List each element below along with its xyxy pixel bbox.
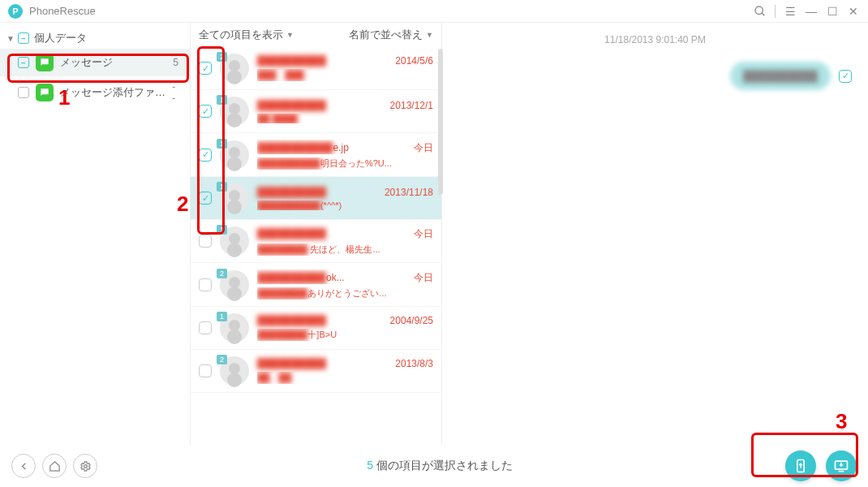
contact-name: ███████████ <box>257 142 333 153</box>
divider <box>775 5 776 18</box>
message-preview: ██ ████ <box>257 114 433 123</box>
recover-to-device-button[interactable] <box>785 450 816 481</box>
message-date: 今日 <box>414 271 433 285</box>
svg-line-1 <box>762 13 764 15</box>
recover-to-computer-button[interactable] <box>826 450 857 481</box>
contact-name: ██████████ <box>257 187 326 198</box>
avatar: 1 <box>220 140 249 170</box>
avatar: 1 <box>220 97 249 126</box>
message-bubble: ██████████ <box>730 62 831 90</box>
window-menu-icon[interactable]: ☰ <box>784 5 797 18</box>
settings-button[interactable] <box>73 454 97 478</box>
contact-name: ██████████ <box>257 55 326 67</box>
title-bar: P PhoneRescue ☰ — ☐ ✕ <box>0 0 868 23</box>
message-preview: ██████████明日会った%?U... <box>257 157 433 170</box>
message-preview-panel: 11/18/2013 9:01:40 PM ██████████ <box>442 23 868 445</box>
app-logo-icon: P <box>8 4 23 19</box>
message-list[interactable]: 2 ██████████2014/5/6 ███、███ 1 █████████… <box>191 47 441 445</box>
item-checkbox[interactable] <box>18 57 29 68</box>
message-row[interactable]: 1 ██████████今日 ████████ 先ほど、楊先生... <box>191 220 441 263</box>
category-checkbox[interactable] <box>18 32 29 44</box>
scrollbar-thumb[interactable] <box>438 49 443 195</box>
attachments-app-icon <box>36 84 54 101</box>
message-date: 今日 <box>414 227 433 241</box>
sidebar-item-attachments[interactable]: メッセージ添付ファイル -- <box>0 76 190 109</box>
sidebar-item-messages[interactable]: メッセージ 5 <box>0 49 190 76</box>
search-icon[interactable] <box>754 5 767 18</box>
sidebar-item-label: メッセージ <box>60 55 113 70</box>
message-date: 2013/12/1 <box>390 100 433 111</box>
row-checkbox[interactable] <box>199 278 212 291</box>
svg-point-0 <box>755 6 763 14</box>
back-button[interactable] <box>11 454 36 478</box>
row-checkbox[interactable] <box>199 235 212 248</box>
avatar: 2 <box>220 270 249 300</box>
avatar: 1 <box>220 226 249 256</box>
message-row[interactable]: 1 ██████████2013/11/18 ██████████(*^^*) <box>191 177 441 220</box>
app-title: PhoneRescue <box>29 5 96 17</box>
avatar: 2 <box>220 54 249 83</box>
message-row[interactable]: 1 ██████████2013/12/1 ██ ████ <box>191 90 441 133</box>
home-button[interactable] <box>42 454 67 478</box>
minimize-icon[interactable]: — <box>805 5 818 18</box>
message-preview: ████████十]B>U <box>257 329 433 341</box>
message-row[interactable]: 2 ██████████ok...今日 ████████ありがとうござい... <box>191 263 441 307</box>
chevron-down-icon: ▼ <box>6 34 15 43</box>
filter-dropdown[interactable]: 全ての項目を表示 ▼ <box>199 28 294 42</box>
selected-count: 5 <box>367 459 373 472</box>
list-toolbar: 全ての項目を表示 ▼ 名前で並べ替え ▼ <box>191 23 441 47</box>
contact-name: ██████████ <box>257 315 326 326</box>
sidebar-item-label: メッセージ添付ファイル <box>60 85 172 100</box>
message-date: 2014/5/6 <box>395 55 433 67</box>
message-preview: ██████████(*^^*) <box>257 200 433 210</box>
row-checkbox[interactable] <box>199 62 212 75</box>
avatar: 1 <box>220 183 249 213</box>
message-date: 2013/11/18 <box>385 187 433 198</box>
message-date: 2004/9/25 <box>390 315 433 326</box>
row-checkbox[interactable] <box>199 192 212 205</box>
row-checkbox[interactable] <box>199 105 212 118</box>
message-date: 今日 <box>414 141 433 155</box>
message-preview: ███、███ <box>257 69 433 81</box>
svg-point-2 <box>84 464 87 468</box>
sidebar-item-count: -- <box>172 81 182 104</box>
message-row[interactable]: 2 ██████████2013/8/3 ██、██ <box>191 350 441 393</box>
chevron-down-icon: ▼ <box>286 31 294 39</box>
contact-name: ██████████ <box>257 100 326 111</box>
sort-label: 名前で並べ替え <box>349 28 423 42</box>
message-preview: ████████ 先ほど、楊先生... <box>257 244 433 256</box>
contact-name: ██████████ <box>257 272 326 283</box>
message-date: 2013/8/3 <box>395 358 433 369</box>
message-list-panel: 全ての項目を表示 ▼ 名前で並べ替え ▼ 2 ██████████2014/5/… <box>191 23 442 445</box>
avatar: 2 <box>220 356 249 386</box>
sidebar: ▼ 個人データ メッセージ 5 メッセージ添付ファイル -- <box>0 23 191 445</box>
row-checkbox[interactable] <box>199 321 212 334</box>
contact-name: ██████████ <box>257 228 326 239</box>
footer-bar: 5 個の項目が選択されました <box>0 445 868 487</box>
row-checkbox[interactable] <box>199 149 212 162</box>
chevron-down-icon: ▼ <box>426 31 433 39</box>
message-row[interactable]: 1 ███████████e.jp今日 ██████████明日会った%?U..… <box>191 133 441 177</box>
row-checkbox[interactable] <box>199 364 212 377</box>
message-timestamp: 11/18/2013 9:01:40 PM <box>458 31 852 62</box>
sidebar-category[interactable]: ▼ 個人データ <box>0 28 190 49</box>
messages-app-icon <box>36 54 54 71</box>
message-preview: ████████ありがとうござい... <box>257 287 433 300</box>
close-icon[interactable]: ✕ <box>847 5 860 18</box>
message-row[interactable]: 2 ██████████2014/5/6 ███、███ <box>191 47 441 90</box>
message-row[interactable]: 1 ██████████2004/9/25 ████████十]B>U <box>191 307 441 350</box>
item-checkbox[interactable] <box>18 87 29 98</box>
avatar: 1 <box>220 313 249 343</box>
category-label: 個人データ <box>34 31 87 45</box>
message-preview: ██、██ <box>257 372 433 384</box>
filter-label: 全ての項目を表示 <box>199 28 283 42</box>
status-text: 5 個の項目が選択されました <box>104 459 776 473</box>
contact-name: ██████████ <box>257 358 326 369</box>
bubble-checkbox[interactable] <box>839 70 852 83</box>
maximize-icon[interactable]: ☐ <box>826 5 839 18</box>
sidebar-item-count: 5 <box>173 57 182 68</box>
sort-dropdown[interactable]: 名前で並べ替え ▼ <box>349 28 433 42</box>
